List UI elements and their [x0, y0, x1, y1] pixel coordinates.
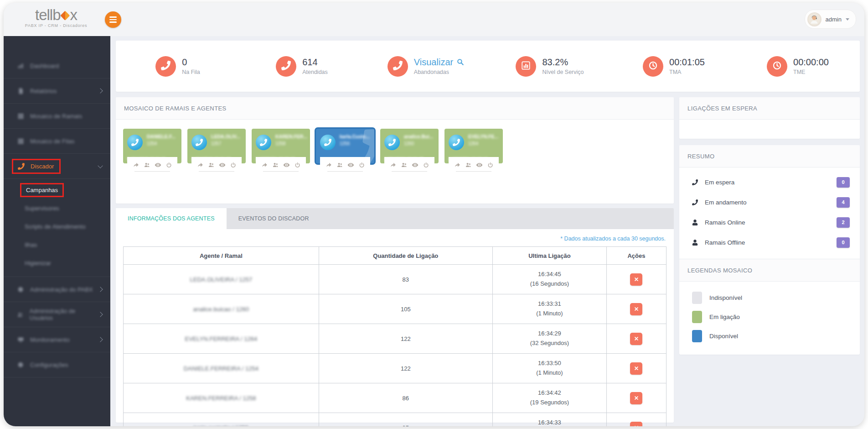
gear-icon — [16, 361, 25, 368]
stat-na-fila-label: Na Fila — [182, 69, 200, 75]
user-name: admin — [826, 16, 842, 23]
cell-actions — [606, 265, 666, 294]
sidebar-subitem-higienizar[interactable]: Higienizar — [4, 254, 110, 272]
sidebar-item-configuracoes[interactable]: Configurações — [4, 352, 110, 377]
sidebar-subitem-scripts-atendimento[interactable]: Scripts de Atendimento — [4, 217, 110, 235]
remove-agent-button[interactable] — [630, 273, 642, 286]
tile-action-eye-icon[interactable] — [476, 162, 483, 168]
resumo-label: Ramais Offline — [705, 239, 837, 246]
tabs: INFORMAÇÕES DOS AGENTES EVENTOS DO DISCA… — [116, 208, 674, 229]
tab-eventos-discador[interactable]: EVENTOS DO DISCADOR — [227, 208, 321, 229]
agent-name: EVELYN.FERREIRA / 1264 — [185, 335, 258, 342]
agent-tile[interactable]: analice.Bui...12602 98128262 00:01:45 — [380, 129, 439, 180]
tile-action-share-icon[interactable] — [261, 162, 268, 168]
tile-action-users-icon[interactable] — [336, 162, 343, 168]
tile-action-users-icon[interactable] — [465, 162, 472, 168]
sidebar-item-adm-pabx[interactable]: Administração do PABX — [4, 277, 110, 302]
phone-icon — [692, 179, 699, 185]
tab-informacoes-agentes[interactable]: INFORMAÇÕES DOS AGENTES — [116, 208, 227, 229]
remove-agent-button[interactable] — [630, 422, 642, 427]
chevron-right-icon — [98, 337, 103, 342]
tile-action-eye-icon[interactable] — [412, 162, 418, 168]
legend-label: Indisponível — [709, 294, 742, 301]
tile-action-share-icon[interactable] — [197, 162, 204, 168]
sidebar-item-adm-usuarios[interactable]: Administração de Usuários — [4, 302, 110, 327]
tile-action-eye-icon[interactable] — [219, 162, 226, 168]
agent-tile-actions — [449, 157, 499, 173]
agent-tile[interactable]: karla.Custo...1256 — [316, 129, 374, 180]
tile-action-power-icon[interactable] — [423, 162, 429, 168]
agent-tile[interactable]: EVELYN.FE...12642 97939884 00:00:10 — [444, 129, 503, 180]
stat-atendidas-value-text: 614 — [302, 57, 317, 67]
sidebar-item-inner: Monitoramento — [16, 333, 75, 346]
count-badge: 4 — [837, 197, 850, 208]
tile-action-share-icon[interactable] — [133, 162, 140, 168]
resumo-panel: RESUMO Em espera0Em andamento4Ramais Onl… — [679, 145, 860, 355]
sidebar-item-relatorios[interactable]: Relatórios — [4, 78, 110, 104]
user-menu[interactable]: admin — [805, 10, 856, 29]
resumo-title: RESUMO — [679, 145, 860, 167]
waiting-calls-title: LIGAÇÕES EM ESPERA — [679, 97, 860, 120]
cell-last-call: 16:34:45(16 Segundos) — [492, 265, 606, 294]
menu-toggle-button[interactable] — [105, 11, 121, 28]
sidebar-subitem-supervisores[interactable]: Supervisores — [4, 199, 110, 217]
sidebar-subitem-label: Supervisores — [25, 205, 59, 212]
stat-atendidas-value: 614 — [302, 57, 328, 67]
sidebar-item-label: Relatórios — [30, 88, 57, 94]
agent-tile[interactable]: DANIELE.F...12549 98119845 00:01:01 — [123, 129, 181, 180]
agent-name: LEDA.OLIVEIRA / 1257 — [190, 276, 253, 283]
remove-agent-button[interactable] — [630, 392, 642, 404]
resumo-row: Em andamento4 — [679, 192, 860, 212]
tile-action-power-icon[interactable] — [294, 162, 301, 168]
cell-call-count: 105 — [319, 294, 492, 324]
table-column-header: Ações — [606, 247, 666, 265]
cell-last-call: 16:34:42(19 Segundos) — [492, 383, 606, 413]
cell-agent: EVELYN.FERREIRA / 1264 — [124, 324, 319, 354]
sidebar-item-mosaico-filas[interactable]: Mosaico de Filas — [4, 129, 110, 154]
resumo-label: Ramais Online — [705, 219, 837, 226]
tile-action-eye-icon[interactable] — [347, 162, 354, 168]
tile-action-users-icon[interactable] — [401, 162, 408, 168]
sidebar-subitem-inner: Scripts de Atendimento — [25, 223, 86, 230]
cell-call-count: 83 — [319, 265, 492, 294]
remove-agent-button[interactable] — [630, 303, 642, 315]
cell-agent: KAREN.FERREIRA / 1258 — [124, 383, 319, 413]
sidebar-subitem-ilhas[interactable]: Ilhas — [4, 235, 110, 254]
tile-action-users-icon[interactable] — [208, 162, 215, 168]
legend-item: Em ligação — [679, 307, 860, 326]
tile-action-power-icon[interactable] — [487, 162, 494, 168]
agent-tile-actions — [320, 157, 370, 173]
stat-abandonadas-value[interactable]: Visualizar — [414, 57, 464, 67]
remove-agent-button[interactable] — [630, 362, 642, 375]
legend-swatch — [692, 292, 702, 304]
sidebar-item-mosaico-ramais[interactable]: Mosaico de Ramais — [4, 104, 110, 129]
agent-tile[interactable]: LEDA.OLIV...12572 98428529 00:01:22 — [187, 129, 246, 180]
tile-action-power-icon[interactable] — [358, 162, 365, 168]
cell-agent: analice.buicao / 1260 — [124, 294, 319, 324]
tile-action-share-icon[interactable] — [326, 162, 332, 168]
agent-tile-name: DANIELE.F... — [147, 134, 176, 139]
last-call-duration: (1 Minuto) — [495, 309, 604, 319]
sidebar-subitem-campanhas[interactable]: Campanhas — [4, 181, 110, 199]
stat-tme-value: 00:00:00 — [793, 57, 829, 67]
agent-tile-extension: 1257 — [211, 141, 221, 146]
tile-action-share-icon[interactable] — [454, 162, 461, 168]
sidebar-item-label: Mosaico de Ramais — [30, 113, 82, 120]
cell-last-call: 16:34:29(32 Segundos) — [492, 324, 606, 354]
tile-action-power-icon[interactable] — [165, 162, 172, 168]
tile-action-eye-icon[interactable] — [283, 162, 290, 168]
sidebar-item-discador[interactable]: Discador — [4, 154, 110, 179]
tile-action-users-icon[interactable] — [144, 162, 150, 168]
sidebar-item-dashboard[interactable]: Dashboard — [4, 53, 110, 78]
tile-action-users-icon[interactable] — [272, 162, 279, 168]
tile-action-share-icon[interactable] — [390, 162, 397, 168]
stat-abandonadas-label: Abandonadas — [414, 69, 464, 75]
remove-agent-button[interactable] — [630, 333, 642, 345]
tile-action-power-icon[interactable] — [230, 162, 237, 168]
sidebar-item-monitoramento[interactable]: Monitoramento — [4, 327, 110, 352]
phone-icon — [161, 61, 170, 72]
tile-action-eye-icon[interactable] — [155, 162, 161, 168]
brand-text-left: tellb — [35, 7, 61, 23]
agent-tile[interactable]: KAREN.FER...12582 27989751 00:00:15 — [252, 129, 310, 180]
stat-abandonadas-circle — [388, 56, 408, 77]
